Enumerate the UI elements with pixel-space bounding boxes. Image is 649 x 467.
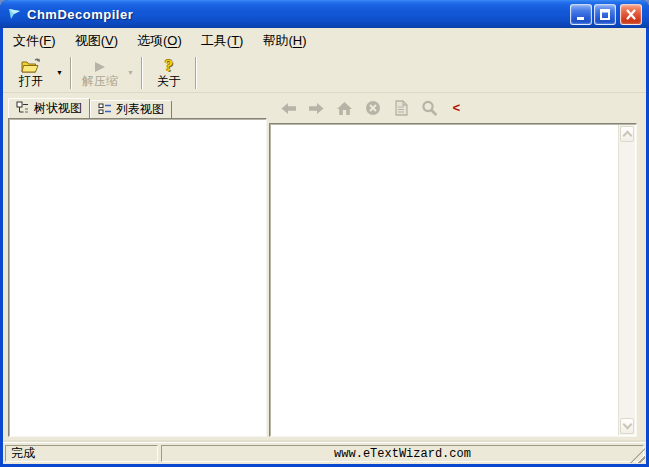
sync-toc-icon[interactable]: < bbox=[448, 100, 465, 116]
left-panel: 树状视图列表视图 bbox=[8, 98, 267, 437]
forward-icon bbox=[308, 100, 325, 116]
tab-tree-view[interactable]: 树状视图 bbox=[8, 98, 90, 118]
vertical-scrollbar bbox=[618, 125, 635, 435]
tab-label: 列表视图 bbox=[116, 101, 164, 118]
browser-toolbar: < bbox=[269, 93, 637, 123]
open-button-label: 打开 bbox=[19, 74, 43, 88]
content-area: 树状视图列表视图 < bbox=[3, 93, 646, 442]
open-folder-icon bbox=[20, 56, 42, 74]
tab-list-view[interactable]: 列表视图 bbox=[90, 100, 172, 118]
about-button-label: 关于 bbox=[157, 74, 181, 88]
toolbar-separator bbox=[70, 57, 72, 89]
window-title: ChmDecompiler bbox=[27, 7, 570, 22]
browser-view-panel[interactable] bbox=[269, 123, 637, 437]
search-icon bbox=[420, 100, 437, 116]
website-text: www.eTextWizard.com bbox=[334, 447, 471, 461]
close-button[interactable] bbox=[620, 4, 642, 25]
tree-view-panel[interactable] bbox=[8, 118, 267, 437]
toolbar: 打开 ▼ 解压缩 ▼ ? 关于 bbox=[3, 53, 646, 93]
extract-play-icon bbox=[92, 56, 108, 74]
open-dropdown-arrow[interactable]: ▼ bbox=[53, 54, 66, 91]
statusbar: 完成 www.eTextWizard.com bbox=[3, 442, 646, 464]
menu-item-options[interactable]: 选项(O) bbox=[131, 29, 188, 53]
extract-button: 解压缩 bbox=[76, 54, 124, 91]
maximize-icon bbox=[598, 8, 612, 21]
status-message-cell: 完成 bbox=[5, 445, 158, 462]
menubar: 文件(F)视图(V)选项(O)工具(T)帮助(H) bbox=[3, 28, 646, 53]
extract-dropdown-arrow: ▼ bbox=[124, 54, 137, 91]
stop-icon bbox=[364, 100, 381, 116]
document-icon bbox=[392, 100, 409, 116]
toolbar-separator bbox=[141, 57, 143, 89]
view-tabs: 树状视图列表视图 bbox=[8, 98, 267, 118]
menu-item-file[interactable]: 文件(F) bbox=[7, 29, 62, 53]
list-view-icon bbox=[98, 102, 112, 118]
menu-item-tools[interactable]: 工具(T) bbox=[195, 29, 250, 53]
menu-item-help[interactable]: 帮助(H) bbox=[256, 29, 312, 53]
titlebar[interactable]: ChmDecompiler bbox=[0, 0, 649, 28]
status-text: 完成 bbox=[11, 445, 35, 462]
window-controls bbox=[570, 4, 642, 25]
close-icon bbox=[624, 8, 638, 21]
minimize-button[interactable] bbox=[570, 4, 592, 25]
about-button[interactable]: ? 关于 bbox=[147, 54, 191, 91]
menu-item-view[interactable]: 视图(V) bbox=[69, 29, 124, 53]
tab-label: 树状视图 bbox=[34, 100, 82, 117]
tree-view-icon bbox=[16, 101, 30, 117]
open-button[interactable]: 打开 bbox=[9, 54, 53, 91]
maximize-button[interactable] bbox=[594, 4, 616, 25]
help-question-icon: ? bbox=[165, 56, 174, 74]
app-icon bbox=[7, 6, 23, 22]
extract-button-label: 解压缩 bbox=[82, 74, 118, 88]
client-area: 文件(F)视图(V)选项(O)工具(T)帮助(H) 打开 ▼ bbox=[3, 28, 646, 464]
app-window: ChmDecompiler 文件(F)视图(V)选项(O)工 bbox=[0, 0, 649, 467]
home-icon bbox=[336, 100, 353, 116]
status-website-cell: www.eTextWizard.com bbox=[161, 445, 644, 462]
minimize-icon bbox=[574, 8, 588, 21]
scroll-up-button bbox=[620, 126, 634, 142]
right-panel: < bbox=[269, 93, 637, 437]
scroll-down-button bbox=[620, 418, 634, 434]
toolbar-separator bbox=[195, 57, 197, 89]
back-icon bbox=[280, 100, 297, 116]
